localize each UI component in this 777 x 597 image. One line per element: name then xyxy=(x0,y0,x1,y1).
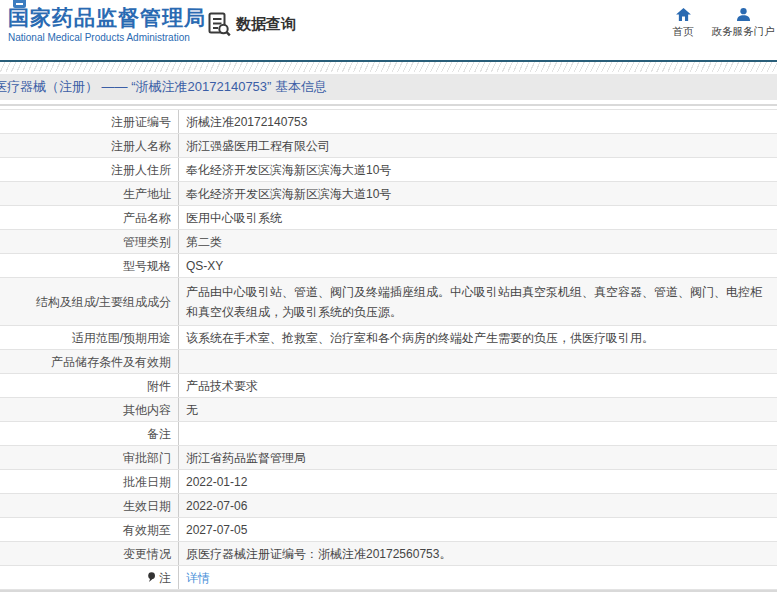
nav-gov-portal[interactable]: 政务服务门户 xyxy=(709,5,777,39)
home-icon xyxy=(657,5,709,21)
table-row: 生产地址奉化经济开发区滨海新区滨海大道10号 xyxy=(0,182,777,206)
site-header: 国家药品监督管理局 National Medical Products Admi… xyxy=(0,0,777,60)
row-label-text: 备注 xyxy=(147,424,171,444)
table-row: 注册人住所奉化经济开发区滨海新区滨海大道10号 xyxy=(0,158,777,182)
user-icon xyxy=(709,5,777,21)
row-label: 备注 xyxy=(0,422,179,445)
row-label-text: 其他内容 xyxy=(123,400,171,420)
row-value: 医用中心吸引系统 xyxy=(179,208,777,228)
detail-link[interactable]: 详情 xyxy=(186,571,210,585)
row-label: 审批部门 xyxy=(0,446,179,469)
row-label: 注册证编号 xyxy=(0,110,179,133)
note-pin-icon xyxy=(147,572,156,583)
striped-band xyxy=(0,62,777,72)
row-label: 注 xyxy=(0,566,179,589)
row-label-text: 附件 xyxy=(147,376,171,396)
nav-home-label: 首页 xyxy=(657,25,709,39)
row-label-text: 注册证编号 xyxy=(111,112,171,132)
row-label-text: 管理类别 xyxy=(123,232,171,252)
row-label-text: 型号规格 xyxy=(123,256,171,276)
table-row: 注册人名称浙江强盛医用工程有限公司 xyxy=(0,134,777,158)
nav-gov-portal-label: 政务服务门户 xyxy=(709,25,777,39)
info-table: 注册证编号浙械注准20172140753注册人名称浙江强盛医用工程有限公司注册人… xyxy=(0,109,777,590)
table-row: 型号规格QS-XY xyxy=(0,254,777,278)
row-label-text: 结构及组成/主要组成成分 xyxy=(36,292,171,312)
logo-title: 国家药品监督管理局 xyxy=(8,6,206,29)
row-value: 浙江省药品监督管理局 xyxy=(179,448,777,468)
row-label: 产品名称 xyxy=(0,206,179,229)
table-row: 有效期至2027-07-05 xyxy=(0,518,777,542)
row-label: 结构及组成/主要组成成分 xyxy=(0,278,179,325)
row-label-text: 批准日期 xyxy=(123,472,171,492)
row-value: 2022-01-12 xyxy=(179,472,777,492)
table-row: 附件产品技术要求 xyxy=(0,374,777,398)
row-label-text: 生效日期 xyxy=(123,496,171,516)
table-row: 审批部门浙江省药品监督管理局 xyxy=(0,446,777,470)
row-label: 批准日期 xyxy=(0,470,179,493)
table-row: 管理类别第二类 xyxy=(0,230,777,254)
row-value: 浙械注准20172140753 xyxy=(179,112,777,132)
row-label: 适用范围/预期用途 xyxy=(0,326,179,349)
page-title: 医疗器械（注册） —— “浙械注准20172140753” 基本信息 xyxy=(0,78,327,96)
row-label-text: 有效期至 xyxy=(123,520,171,540)
row-value: 浙江强盛医用工程有限公司 xyxy=(179,136,777,156)
row-label: 注册人名称 xyxy=(0,134,179,157)
row-label: 变更情况 xyxy=(0,542,179,565)
row-value: 第二类 xyxy=(179,232,777,252)
row-label: 型号规格 xyxy=(0,254,179,277)
table-row: 注详情 xyxy=(0,566,777,590)
table-row: 生效日期2022-07-06 xyxy=(0,494,777,518)
row-value: 2027-07-05 xyxy=(179,520,777,540)
page: 国家药品监督管理局 National Medical Products Admi… xyxy=(0,0,777,597)
row-label: 生效日期 xyxy=(0,494,179,517)
nmpa-logo: 国家药品监督管理局 National Medical Products Admi… xyxy=(8,6,206,43)
row-label: 其他内容 xyxy=(0,398,179,421)
row-value: 无 xyxy=(179,400,777,420)
row-label-text: 注册人名称 xyxy=(111,136,171,156)
table-row: 产品名称医用中心吸引系统 xyxy=(0,206,777,230)
content-bottom-rule xyxy=(0,590,777,592)
table-row: 批准日期2022-01-12 xyxy=(0,470,777,494)
table-row: 备注 xyxy=(0,422,777,446)
data-query-icon xyxy=(208,12,231,37)
table-row: 产品储存条件及有效期 xyxy=(0,350,777,374)
row-label: 产品储存条件及有效期 xyxy=(0,350,179,373)
row-label: 生产地址 xyxy=(0,182,179,205)
row-value: 该系统在手术室、抢救室、治疗室和各个病房的终端处产生需要的负压，供医疗吸引用。 xyxy=(179,328,777,348)
table-row: 变更情况原医疗器械注册证编号：浙械注准20172560753。 xyxy=(0,542,777,566)
row-value: 原医疗器械注册证编号：浙械注准20172560753。 xyxy=(179,544,777,564)
row-value: 产品技术要求 xyxy=(179,376,777,396)
row-value: QS-XY xyxy=(179,256,777,276)
table-row: 适用范围/预期用途该系统在手术室、抢救室、治疗室和各个病房的终端处产生需要的负压… xyxy=(0,326,777,350)
row-value: 详情 xyxy=(179,568,777,588)
row-value: 奉化经济开发区滨海新区滨海大道10号 xyxy=(179,184,777,204)
row-label: 管理类别 xyxy=(0,230,179,253)
row-label-text: 产品储存条件及有效期 xyxy=(51,352,171,372)
row-label: 注册人住所 xyxy=(0,158,179,181)
row-value: 2022-07-06 xyxy=(179,496,777,516)
row-label: 附件 xyxy=(0,374,179,397)
row-value: 奉化经济开发区滨海新区滨海大道10号 xyxy=(179,160,777,180)
table-row: 注册证编号浙械注准20172140753 xyxy=(0,110,777,134)
data-query-label: 数据查询 xyxy=(236,15,296,34)
row-label-text: 适用范围/预期用途 xyxy=(72,328,171,348)
top-nav: 首页 政务服务门户 xyxy=(657,5,777,39)
row-label-text: 注 xyxy=(159,568,171,588)
row-label-text: 产品名称 xyxy=(123,208,171,228)
table-row: 结构及组成/主要组成成分产品由中心吸引站、管道、阀门及终端插座组成。中心吸引站由… xyxy=(0,278,777,326)
row-label-text: 变更情况 xyxy=(123,544,171,564)
data-query-button[interactable]: 数据查询 xyxy=(208,12,296,37)
row-value: 产品由中心吸引站、管道、阀门及终端插座组成。中心吸引站由真空泵机组、真空容器、管… xyxy=(179,282,777,322)
logo-subtitle: National Medical Products Administration xyxy=(8,32,206,43)
row-label-text: 审批部门 xyxy=(123,448,171,468)
table-row: 其他内容无 xyxy=(0,398,777,422)
row-label-text: 注册人住所 xyxy=(111,160,171,180)
nav-home[interactable]: 首页 xyxy=(657,5,709,39)
row-label-text: 生产地址 xyxy=(123,184,171,204)
row-label: 有效期至 xyxy=(0,518,179,541)
page-title-bar: 医疗器械（注册） —— “浙械注准20172140753” 基本信息 xyxy=(0,74,777,100)
